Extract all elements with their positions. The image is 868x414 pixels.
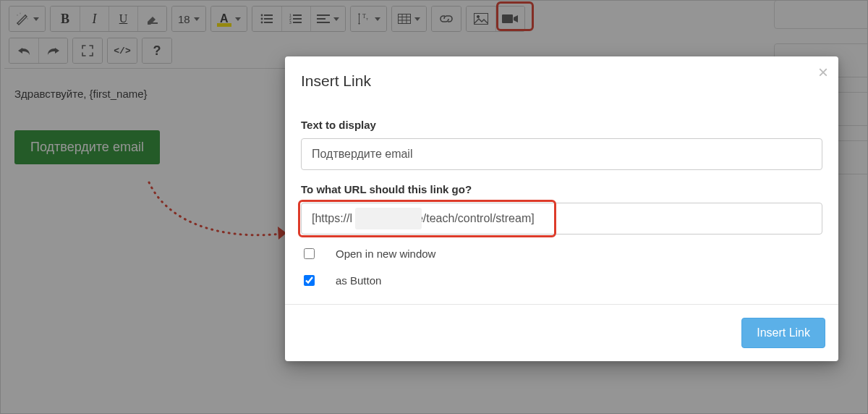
open-in-new-window-checkbox[interactable] xyxy=(304,248,315,259)
as-button-row[interactable]: as Button xyxy=(301,273,822,288)
insert-link-submit-button[interactable]: Insert Link xyxy=(741,318,825,348)
url-label: To what URL should this link go? xyxy=(301,183,822,195)
open-in-new-window-label: Open in new window xyxy=(336,248,435,260)
close-icon: × xyxy=(818,62,828,82)
url-input[interactable] xyxy=(301,203,822,235)
as-button-checkbox[interactable] xyxy=(304,275,315,286)
text-to-display-input[interactable] xyxy=(301,138,822,170)
modal-close-button[interactable]: × xyxy=(818,64,828,81)
open-in-new-window-row[interactable]: Open in new window xyxy=(301,246,822,261)
text-to-display-label: Text to display xyxy=(301,119,822,131)
insert-link-modal: Insert Link × Text to display To what UR… xyxy=(285,56,838,361)
modal-title: Insert Link xyxy=(301,72,822,90)
as-button-label: as Button xyxy=(336,274,381,287)
